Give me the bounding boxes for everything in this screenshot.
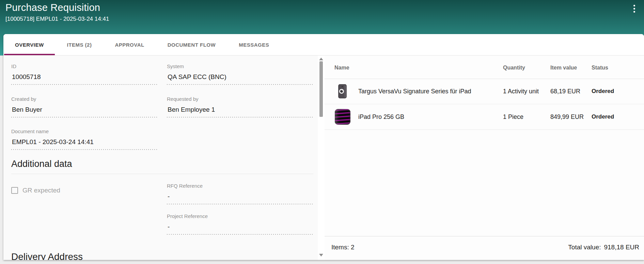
gr-expected-label: GR expected: [22, 187, 60, 194]
rfq-reference-field[interactable]: RFQ Reference -: [167, 183, 313, 188]
scroll-down-icon[interactable]: [319, 254, 323, 257]
column-header-quantity: Quantity: [503, 65, 525, 71]
scroll-up-icon[interactable]: [319, 58, 323, 60]
requested-by-field-value: Ben Employee 1: [168, 106, 215, 113]
delivery-address-heading: Delivery Address: [11, 251, 83, 260]
field-underline: [11, 117, 158, 118]
item-row-targus[interactable]: Targus VersaVu Signature Series für iPad…: [325, 79, 644, 104]
tab-document-flow[interactable]: DOCUMENT FLOW: [156, 34, 227, 55]
additional-data-heading: Additional data: [11, 159, 72, 169]
checkbox-unchecked-icon: [11, 187, 18, 194]
kebab-menu-icon[interactable]: [629, 3, 639, 14]
tab-bar: OVERVIEW ITEMS (2) APPROVAL DOCUMENT FLO…: [3, 34, 644, 56]
system-field-label: System: [167, 64, 313, 69]
item-status-badge: Ordered: [592, 113, 614, 120]
ipad-pro-thumbnail: [334, 109, 351, 125]
column-header-status: Status: [592, 65, 608, 71]
page-subtitle: [10005718] EMPL01 - 2025-03-24 14:41: [5, 16, 109, 22]
column-header-name: Name: [334, 65, 349, 71]
table-footer-divider: [325, 236, 644, 236]
items-table-panel: Name Quantity Item value Status Targus V…: [325, 56, 644, 260]
system-field[interactable]: System QA SAP ECC (BNC): [167, 64, 313, 69]
document-name-field-value: EMPL01 - 2025-03-24 14:41: [12, 138, 94, 146]
item-name: Targus VersaVu Signature Series für iPad: [358, 88, 471, 95]
field-underline: [11, 149, 158, 150]
tab-overview[interactable]: OVERVIEW: [3, 34, 56, 55]
tab-messages[interactable]: MESSAGES: [227, 34, 281, 55]
item-row-ipad[interactable]: iPad Pro 256 GB 1 Piece 849,99 EUR Order…: [325, 104, 644, 129]
scrollbar-thumb[interactable]: [319, 61, 323, 117]
field-underline: [167, 204, 313, 204]
item-name: iPad Pro 256 GB: [358, 113, 404, 120]
page-title: Purchase Requisition: [5, 2, 100, 13]
tab-approval[interactable]: APPROVAL: [103, 34, 156, 55]
project-reference-label: Project Reference: [167, 214, 313, 219]
form-scrollbar: [318, 56, 325, 260]
items-count: Items: 2: [331, 244, 355, 251]
item-value: 68,19 EUR: [550, 88, 580, 95]
project-reference-field[interactable]: Project Reference -: [167, 214, 313, 219]
field-underline: [11, 84, 158, 85]
created-by-field[interactable]: Created by Ben Buyer: [11, 96, 158, 102]
gr-expected-checkbox[interactable]: GR expected: [11, 187, 60, 194]
purchase-requisition-page: Purchase Requisition [10005718] EMPL01 -…: [0, 0, 644, 264]
document-name-field[interactable]: Document name EMPL01 - 2025-03-24 14:41: [11, 129, 158, 134]
project-reference-value: -: [168, 223, 170, 231]
requested-by-field-label: Requested by: [167, 96, 313, 102]
item-quantity: 1 Activity unit: [503, 88, 539, 95]
rfq-reference-value: -: [168, 193, 170, 200]
rfq-reference-label: RFQ Reference: [167, 183, 313, 188]
id-field[interactable]: ID 10005718: [11, 64, 158, 69]
targus-case-thumbnail: [334, 83, 351, 99]
total-value-amount: 918,18 EUR: [604, 244, 639, 251]
system-field-value: QA SAP ECC (BNC): [168, 73, 226, 81]
tab-items[interactable]: ITEMS (2): [56, 34, 104, 55]
created-by-field-value: Ben Buyer: [12, 106, 42, 113]
field-underline: [167, 117, 313, 118]
item-status-badge: Ordered: [592, 88, 614, 95]
field-underline: [167, 234, 313, 235]
column-header-item-value: Item value: [550, 65, 577, 71]
id-field-value: 10005718: [12, 73, 41, 81]
id-field-label: ID: [11, 64, 158, 69]
document-name-field-label: Document name: [11, 129, 158, 134]
section-divider: [11, 174, 313, 174]
overview-form-panel: ID 10005718 System QA SAP ECC (BNC) Crea…: [3, 56, 318, 260]
row-divider: [325, 129, 644, 130]
item-quantity: 1 Piece: [503, 113, 523, 120]
total-value-label: Total value:: [568, 244, 601, 251]
requested-by-field[interactable]: Requested by Ben Employee 1: [167, 96, 313, 102]
total-value: Total value:918,18 EUR: [568, 244, 639, 251]
created-by-field-label: Created by: [11, 96, 158, 102]
item-value: 849,99 EUR: [550, 113, 584, 120]
field-underline: [167, 84, 313, 85]
